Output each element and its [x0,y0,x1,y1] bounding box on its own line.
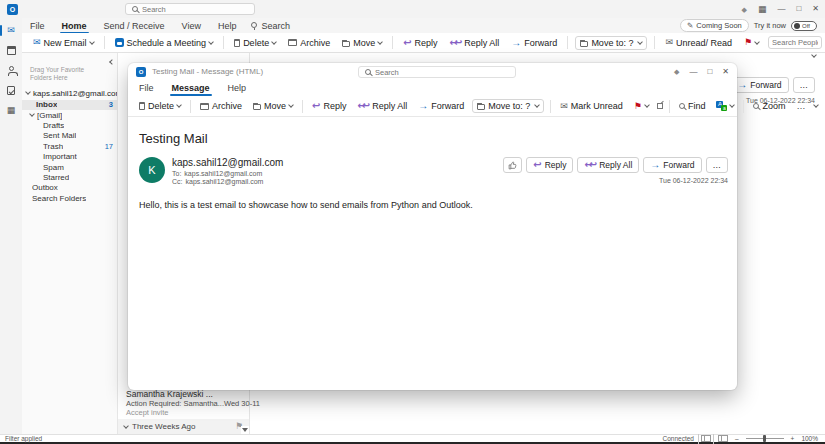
translate-button[interactable] [713,99,737,113]
tab-help[interactable]: Help [226,82,249,94]
zoom-out-button[interactable]: – [735,435,739,442]
filter-status: Filter applied [5,435,42,442]
sender-address[interactable]: kaps.sahil12@gmail.com [172,157,283,168]
search-people-input[interactable] [768,36,822,49]
nav-tasks-button[interactable] [0,84,22,97]
to-label: To: [172,170,181,177]
message-date: Wed 30-11 [224,399,260,408]
tab-help[interactable]: Help [216,20,239,32]
scrollbar-down-button[interactable] [241,426,249,434]
folder-icon [253,104,261,110]
account-header[interactable]: kaps.sahil12@gmail.com [22,86,117,100]
folder-spam[interactable]: Spam [22,162,117,172]
close-button[interactable]: ✕ [722,68,729,76]
chevron-down-icon [288,102,294,108]
zoom-level[interactable]: 100% [801,435,818,442]
forward-button[interactable]: → Forward [730,77,788,93]
tab-send-receive[interactable]: Send / Receive [102,20,167,32]
folder-search-folders[interactable]: Search Folders [22,193,117,203]
maximize-button[interactable]: □ [796,5,801,13]
zoom-slider-thumb[interactable] [763,435,766,442]
share-icon[interactable] [657,103,663,109]
forward-icon: → [418,101,428,111]
folder-inbox[interactable]: Inbox 3 [22,100,117,110]
archive-button[interactable]: Archive [197,99,245,113]
premium-gem-icon[interactable]: ◆ [674,68,679,75]
maximize-button[interactable]: □ [707,68,712,76]
minimize-button[interactable]: — [689,68,697,76]
chevron-down-icon [534,102,540,108]
window-controls: ◆ ▦ — □ ✕ [742,0,819,18]
nav-apps-button[interactable]: ▦ [0,104,22,117]
folder-trash[interactable]: Trash 17 [22,141,117,151]
nav-people-button[interactable] [0,64,22,77]
flag-button[interactable]: ⚑ [631,100,652,113]
cc-address[interactable]: kaps.sahil12@gmail.com [186,178,264,185]
tab-view[interactable]: View [180,20,203,32]
folder-important[interactable]: Important [22,152,117,162]
move-to-quickstep[interactable]: Move to: ? [575,36,647,50]
tab-file[interactable]: File [137,82,156,94]
message-search-box[interactable] [358,66,516,78]
more-actions-button[interactable]: … [793,77,816,93]
folder-gmail-group[interactable]: [Gmail] [22,110,117,120]
toolbar-overflow-button[interactable]: … [793,99,809,113]
find-button[interactable]: Find [676,99,709,113]
flag-button[interactable]: ⚑ [741,36,762,49]
global-search-box[interactable] [125,3,255,15]
tab-file[interactable]: File [28,20,47,32]
folder-drafts[interactable]: Drafts [22,120,117,130]
tab-home[interactable]: Home [60,20,89,32]
layout-grid-icon[interactable]: ▦ [758,5,767,14]
message-content: Testing Mail K kaps.sahil12@gmail.com To… [128,117,737,210]
reply-all-button[interactable]: ↩↩ Reply All [577,157,639,173]
forward-icon: → [737,80,747,90]
global-search-input[interactable] [142,5,248,14]
zoom-in-button[interactable]: + [791,435,795,442]
close-button[interactable]: ✕ [812,5,819,13]
nav-mail-button[interactable]: ✉ [0,24,22,37]
zoom-slider[interactable] [746,438,784,439]
message-search-input[interactable] [375,68,509,77]
folder-starred[interactable]: Starred [22,172,117,182]
delete-button[interactable]: Delete [136,99,184,113]
move-button[interactable]: Move [339,36,385,50]
minimize-button[interactable]: — [777,5,785,13]
forward-button[interactable]: → Forward [415,99,467,113]
reply-button[interactable]: ↩ Reply [309,99,349,113]
forward-button[interactable]: → Forward [508,36,560,50]
tab-message[interactable]: Message [170,82,212,94]
reply-all-button[interactable]: ↩↩ Reply All [447,36,503,50]
group-header-three-weeks-ago[interactable]: Three Weeks Ago ⚑ [118,419,249,434]
more-actions-button[interactable]: … [706,157,729,173]
mark-unread-button[interactable]: ✉ Mark Unread [557,99,626,113]
forward-button[interactable]: → Forward [643,157,701,173]
flag-icon: ⚑ [744,38,752,47]
to-address[interactable]: kaps.sahil12@gmail.com [184,170,262,177]
reply-button[interactable]: ↩ Reply [526,157,573,173]
folder-sent-mail[interactable]: Sent Mail [22,131,117,141]
chevron-down-icon [123,423,129,429]
like-button[interactable] [503,157,522,173]
delete-button[interactable]: Delete [231,36,279,50]
nav-calendar-button[interactable] [0,44,22,57]
zoom-button[interactable]: Zoom [750,99,788,113]
reply-all-button[interactable]: ↩↩ Reply All [354,99,410,113]
tell-me-search[interactable]: Search [251,21,290,31]
archive-button[interactable]: Archive [285,36,333,50]
try-it-now-toggle[interactable]: Off [791,21,817,31]
message-list-item[interactable]: Samantha Krajewski ... Action Required: … [118,387,249,419]
move-to-quickstep[interactable]: Move to: ? [472,99,544,113]
schedule-meeting-button[interactable]: Schedule a Meeting [112,36,217,50]
new-email-button[interactable]: ✉ New Email [30,36,97,50]
sender-avatar[interactable]: K [139,157,165,183]
reply-button[interactable]: ↩ Reply [400,36,440,50]
move-button[interactable]: Move [250,99,296,113]
search-icon [365,69,371,75]
layout-view-button[interactable] [718,435,728,442]
reading-view-button[interactable] [701,435,711,442]
folder-outbox[interactable]: Outbox [22,183,117,193]
unread-read-button[interactable]: ✉ Unread/ Read [662,36,735,50]
premium-gem-icon[interactable]: ◆ [742,6,747,13]
coming-soon-button[interactable]: ✎ Coming Soon [680,19,749,32]
